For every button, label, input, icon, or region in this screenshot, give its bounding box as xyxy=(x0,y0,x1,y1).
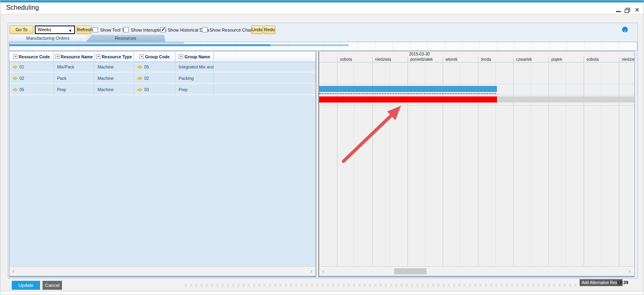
column-header-resource-name[interactable]: Resource Name xyxy=(54,51,94,62)
scheduling-window: Scheduling ✕ Go To Today Weeks ▼ Refresh… xyxy=(0,0,644,295)
day-header-cell: wtorek xyxy=(443,57,478,62)
day-header-cell: poniedziałek xyxy=(407,57,442,62)
tab-manufacturing-orders[interactable]: Manufacturing Orders xyxy=(9,35,87,42)
day-header-cell: piątek xyxy=(548,57,583,62)
overview-extended-range-bar xyxy=(271,44,349,46)
tab-resources[interactable]: Resources xyxy=(86,35,165,42)
checkbox-icon[interactable] xyxy=(93,27,98,32)
titlebar-separator xyxy=(0,14,644,14)
filter-icon[interactable] xyxy=(55,54,60,59)
checkbox-icon[interactable] xyxy=(202,27,207,32)
gantt-baseline-dotted-line xyxy=(319,93,496,94)
cell-group-name: Packing xyxy=(179,76,194,81)
show-resource-chart-checkbox[interactable]: Show Resource Chart xyxy=(202,27,253,32)
gantt-day-header: sobota niedziela poniedziałek wtorek śro… xyxy=(319,57,635,62)
gantt-bar-prep-historical xyxy=(497,96,635,103)
restore-icon xyxy=(625,8,630,13)
link-arrow-icon[interactable] xyxy=(13,65,18,69)
gantt-date-label: 2015-03-30 xyxy=(409,51,430,57)
gantt-bar-pack-scheduled[interactable] xyxy=(319,86,497,92)
cell-resource-code: 01 xyxy=(19,64,24,69)
column-header-resource-code[interactable]: Resource Code xyxy=(9,51,54,62)
filter-icon[interactable] xyxy=(96,54,100,59)
cell-resource-code: 05 xyxy=(19,87,24,92)
minimize-button[interactable] xyxy=(615,7,622,13)
interval-select[interactable]: Weeks ▼ xyxy=(35,26,75,34)
bottom-strip xyxy=(0,291,644,295)
checkbox-icon[interactable] xyxy=(160,27,166,32)
refresh-button[interactable]: Refresh xyxy=(77,26,92,34)
cell-resource-type: Machine xyxy=(98,76,114,81)
chevron-down-icon: ▼ xyxy=(68,28,72,34)
cell-resource-name: Mix/Pack xyxy=(57,64,75,69)
cell-resource-type: Machine xyxy=(98,64,114,69)
day-header-cell: środa xyxy=(478,57,513,62)
table-row[interactable]: 05 Prep Machine 03 Prep xyxy=(9,85,316,95)
footer-dash-texture xyxy=(185,284,580,287)
link-arrow-icon[interactable] xyxy=(137,88,143,92)
undo-button[interactable]: Undo xyxy=(251,26,263,34)
scroll-left-icon[interactable]: ‹ xyxy=(13,268,15,274)
go-to-today-button[interactable]: Go To Today xyxy=(10,26,33,34)
gantt-row-separator xyxy=(319,105,635,106)
link-arrow-icon[interactable] xyxy=(137,76,143,81)
column-header-label: Resource Name xyxy=(61,54,93,59)
gantt-row-separator xyxy=(319,95,635,95)
gantt-date-header: 2015-03-30 xyxy=(319,51,635,57)
cell-resource-name: Pack xyxy=(57,76,66,81)
filter-icon[interactable] xyxy=(179,54,183,59)
link-arrow-icon[interactable] xyxy=(137,65,143,69)
scrollbar-thumb[interactable] xyxy=(394,268,426,274)
cell-group-code: 02 xyxy=(144,76,149,81)
gantt-row-separator xyxy=(319,84,635,84)
gantt-horizontal-scrollbar[interactable]: ‹ › xyxy=(319,266,634,276)
column-header-group-code[interactable]: Group Code xyxy=(134,51,175,62)
show-tool-tip-checkbox[interactable]: Show Tool Tip xyxy=(93,27,128,32)
scroll-left-icon[interactable]: ‹ xyxy=(322,268,324,274)
day-header-cell: sobota xyxy=(584,57,618,62)
overview-visible-range-bar[interactable] xyxy=(9,44,271,46)
cell-group-name: Integrated Mix and Pa xyxy=(179,64,214,69)
overview-range-shadow xyxy=(9,42,183,44)
link-arrow-icon[interactable] xyxy=(13,88,18,92)
column-header-label: Resource Code xyxy=(19,54,50,59)
resources-table-pane: Resource Code Resource Name Resource Typ… xyxy=(9,51,316,277)
scroll-right-icon[interactable]: › xyxy=(310,268,312,274)
table-row[interactable]: 01 Mix/Pack Machine 05 Integrated Mix an… xyxy=(9,62,316,73)
cell-resource-code: 02 xyxy=(19,76,24,81)
day-header-cell: niedziela xyxy=(372,57,407,62)
cell-resource-type: Machine xyxy=(98,87,114,92)
day-header-cell: niedziela xyxy=(619,57,635,62)
table-horizontal-scrollbar[interactable]: ‹ › xyxy=(9,266,316,276)
column-header-group-name[interactable]: Group Name xyxy=(175,51,214,62)
taskbar-button[interactable]: Add Alternative Res... xyxy=(580,279,623,286)
cell-group-code: 05 xyxy=(144,64,149,69)
filter-icon[interactable] xyxy=(13,54,17,59)
checkbox-icon[interactable] xyxy=(124,27,129,32)
day-header-cell: sobota xyxy=(337,57,372,62)
table-header-row: Resource Code Resource Name Resource Typ… xyxy=(9,51,316,62)
cancel-button[interactable]: Cancel xyxy=(43,281,62,290)
day-header-cell: czwartek xyxy=(513,57,548,62)
filter-icon[interactable] xyxy=(139,54,144,59)
cell-group-name: Prep xyxy=(179,87,188,92)
column-header-resource-type[interactable]: Resource Type xyxy=(94,51,134,62)
update-button[interactable]: Update xyxy=(12,281,40,290)
scroll-right-icon[interactable]: › xyxy=(629,268,631,274)
checkbox-label: Show Resource Chart xyxy=(209,28,253,32)
taskbar-clock: 12:39 xyxy=(617,280,628,285)
window-title: Scheduling xyxy=(6,4,39,11)
gantt-pane: 2015-03-30 sobota niedziela poniedziałek… xyxy=(319,51,635,277)
info-icon[interactable] xyxy=(622,27,628,32)
redo-button[interactable]: Redo xyxy=(264,26,275,34)
close-button[interactable]: ✕ xyxy=(634,7,640,13)
restore-button[interactable] xyxy=(625,7,631,13)
table-row[interactable]: 02 Pack Machine 02 Packing xyxy=(9,73,316,84)
pane-splitter[interactable] xyxy=(316,51,319,277)
close-icon: ✕ xyxy=(634,7,640,13)
link-arrow-icon[interactable] xyxy=(13,76,18,81)
column-header-label: Resource Type xyxy=(102,54,132,59)
minimize-icon xyxy=(616,11,621,12)
timeline-overview[interactable] xyxy=(9,42,638,51)
gantt-bar-prep-selected[interactable] xyxy=(319,96,497,103)
